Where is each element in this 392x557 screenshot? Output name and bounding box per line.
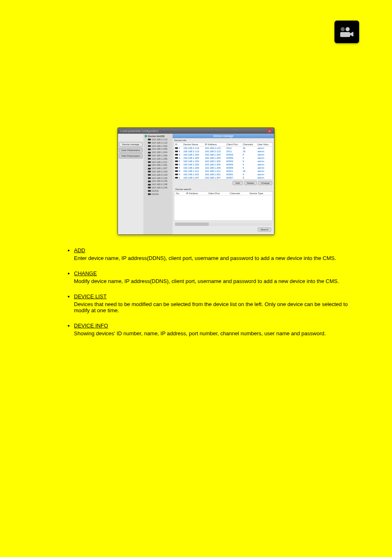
device-info-table: IDDevice NameIP AddressClient PortChanne… (174, 142, 273, 180)
table-row[interactable]: 1192.168.2.113192.168.2.113201116admin (174, 146, 272, 150)
device-list-item[interactable]: DDNS (145, 190, 171, 193)
device-search-table: No.IP AddressClient PortChannelsDevice T… (174, 191, 273, 221)
table-header: IP Address (204, 143, 226, 146)
table-row[interactable]: 5192.168.1.204192.168.1.204600049admin (174, 160, 272, 163)
device-list-item[interactable]: DDNS (145, 193, 171, 196)
section-title: Device manage (173, 134, 274, 138)
tab-user-parameters[interactable]: User Parameters (119, 148, 143, 153)
table-row[interactable]: 3192.168.1.202192.168.1.202600034admin (174, 153, 272, 156)
table-header: Channels (228, 192, 248, 195)
device-list-item[interactable]: 192.168.2.108 (145, 183, 171, 186)
device-list-item[interactable]: 192.168.1.204 (145, 151, 171, 154)
table-row[interactable]: 7192.168.1.206192.168.1.206600064admin (174, 166, 272, 169)
table-header: IP Address (184, 192, 207, 195)
device-list-item[interactable]: 192.168.3.103 (145, 180, 171, 183)
bullet-device-info-desc: Showing devices' ID number, name, IP add… (74, 330, 359, 337)
window-titlebar: Local parameter configuration × (118, 128, 274, 134)
documentation-bullets: ADD Enter device name, IP address(DDNS),… (58, 247, 359, 337)
table-header: Device Type (248, 192, 272, 195)
bullet-device-list-heading: DEVICE LIST (74, 293, 106, 299)
table-header: ID (174, 143, 182, 146)
table-row[interactable]: 9192.168.1.201192.168.1.201600014admin (174, 173, 272, 176)
bullet-device-list-desc: Devices that need to be modified can be … (74, 301, 359, 313)
horizontal-scrollbar[interactable] (175, 223, 272, 226)
search-button[interactable]: Search (258, 227, 271, 232)
table-row[interactable]: 1192.168.1.207192.168.1.207600079admin (174, 176, 272, 179)
device-list-item[interactable]: 192.168.1.201 (145, 164, 171, 167)
table-header: Client Port (226, 143, 242, 146)
close-icon[interactable]: × (267, 129, 272, 133)
bullet-device-list: DEVICE LIST Devices that need to be modi… (74, 293, 359, 313)
bullet-add-heading: ADD (74, 247, 85, 253)
bullet-device-info: DEVICE INFO Showing devices' ID number, … (74, 323, 359, 337)
svg-point-1 (346, 27, 350, 31)
table-header: No. (174, 192, 184, 195)
table-header: Client Port (207, 192, 228, 195)
window-title: Local parameter configuration (120, 130, 159, 132)
device-list-item[interactable]: 192.168.3.102 (145, 177, 171, 180)
device-info-title: Device info (173, 138, 274, 142)
device-list-item[interactable]: 192.168.1.207 (145, 167, 171, 170)
device-list-item[interactable]: 192.168.2.113 (145, 142, 171, 145)
change-button[interactable]: Change (258, 181, 272, 185)
device-list-item[interactable]: 192.168.1.205 (145, 148, 171, 151)
bullet-change: CHANGE Modify device name, IP address(DD… (74, 270, 359, 284)
device-list-item[interactable]: 192.168.1.211 (145, 161, 171, 164)
bullet-change-desc: Modify device name, IP address(DDNS), cl… (74, 278, 359, 284)
table-row[interactable]: 4192.168.1.205192.168.1.205600054admin (174, 156, 272, 160)
device-list-item[interactable]: 192.168.2.113 (145, 138, 171, 142)
tab-path-parameters[interactable]: Path Parameters (119, 153, 143, 158)
app-logo-icon (334, 21, 359, 43)
svg-point-0 (341, 27, 345, 31)
table-header: User Nam (257, 143, 272, 146)
bullet-add-desc: Enter device name, IP address(DDNS), cli… (74, 255, 359, 261)
table-row[interactable]: 8192.168.1.211192.168.1.2116001116admin (174, 169, 272, 173)
device-search-title: Device search (174, 187, 273, 191)
table-header: Device Name (182, 143, 204, 146)
device-list-item[interactable]: 192.168.3.103 (145, 174, 171, 177)
bullet-add: ADD Enter device name, IP address(DDNS),… (74, 247, 359, 261)
device-list-panel: Device list(18) 192.168.2.113192.168.2.1… (143, 134, 173, 234)
table-row[interactable]: 6192.168.1.205192.168.1.205600054admin (174, 163, 272, 166)
device-list-item[interactable]: 192.168.1.202 (145, 145, 171, 148)
device-list-item[interactable]: 192.168.3.105 (145, 186, 171, 190)
device-list-header: Device list(18) (145, 135, 171, 137)
table-header: Channels (242, 143, 256, 146)
device-list-item[interactable]: 192.168.1.206 (145, 158, 171, 161)
tab-device-manage[interactable]: Device manage (119, 142, 143, 147)
device-list-item[interactable]: 192.168.2.103 (145, 170, 171, 174)
delete-button[interactable]: Delete (244, 181, 257, 185)
svg-rect-2 (340, 32, 350, 37)
config-dialog-screenshot: Local parameter configuration × Device m… (118, 128, 274, 235)
table-row[interactable]: 2192.168.2.113192.168.2.113201116admin (174, 150, 272, 153)
device-list-item[interactable]: 192.168.1.206 (145, 154, 171, 158)
add-button[interactable]: Add (233, 181, 243, 185)
bullet-device-info-heading: DEVICE INFO (74, 323, 108, 329)
bullet-change-heading: CHANGE (74, 270, 97, 276)
